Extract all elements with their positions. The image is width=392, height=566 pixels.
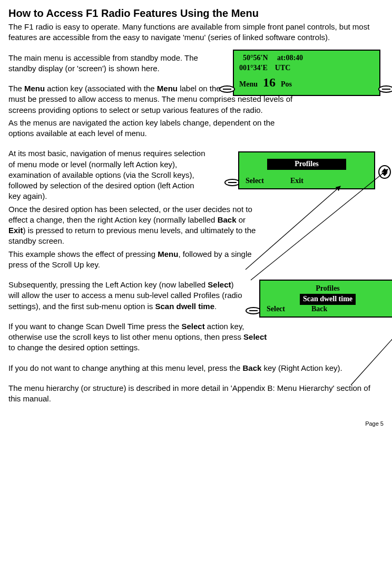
lcd-standby: 50°56'N at:08:40 001°34'E UTC Menu16Pos [233,50,380,96]
page-footer: Page 5 [8,420,384,428]
lcd-highlighted-item: Scan dwell time [300,294,356,305]
paragraph-select: Subsequently, pressing the Left Action k… [8,280,246,312]
paragraph-example: This example shows the effect of pressin… [8,249,261,271]
paragraph-basic-nav: At its most basic, navigation of menus r… [8,148,209,202]
lcd-profiles: Profiles Select Exit [238,151,375,189]
lcd-lon: 001°34'E [239,64,268,72]
lcd-right-action: Back [311,304,327,314]
paragraph-standby: The main menu is accessible from standby… [8,53,219,74]
page-title: How to Access F1 Radio Features Using th… [8,6,384,21]
lcd-pos-label: Pos [281,80,292,88]
paragraph-navigation-labels: As the menus are navigated the action ke… [8,118,282,139]
lcd-lat: 50°56'N [243,54,268,62]
scan-dwell-screen-illustration: Profiles Scan dwell time Select Back [246,280,392,318]
profiles-screen-illustration: Profiles Select Exit [224,151,392,189]
lcd-highlighted-item: Profiles [267,159,346,170]
lcd-menu-header: Profiles [266,284,390,294]
lcd-utc: UTC [275,64,291,72]
lcd-right-action: Exit [290,176,303,186]
scroll-key-icon [378,165,391,179]
left-action-key-icon [219,85,235,93]
lcd-left-action: Select [267,304,285,314]
lcd-left-action: Select [246,176,264,186]
lcd-channel: 16 [263,75,276,89]
paragraph-appendix: The menu hierarchy (or structure) is des… [8,383,384,405]
paragraph-back-key: If you do not want to change anything at… [8,363,384,373]
lcd-time: at:08:40 [277,54,303,62]
intro-paragraph: The F1 radio is easy to operate. Many fu… [8,22,384,43]
paragraph-back-exit: Once the desired option has been selecte… [8,204,256,247]
lcd-menu-label: Menu [239,80,258,88]
lcd-scan-dwell: Profiles Scan dwell time Select Back [259,280,392,318]
right-action-key-icon [378,85,392,93]
standby-screen-illustration: 50°56'N at:08:40 001°34'E UTC Menu16Pos [219,50,392,96]
paragraph-change-option: If you want to change Scan Dwell Time pr… [8,321,272,353]
